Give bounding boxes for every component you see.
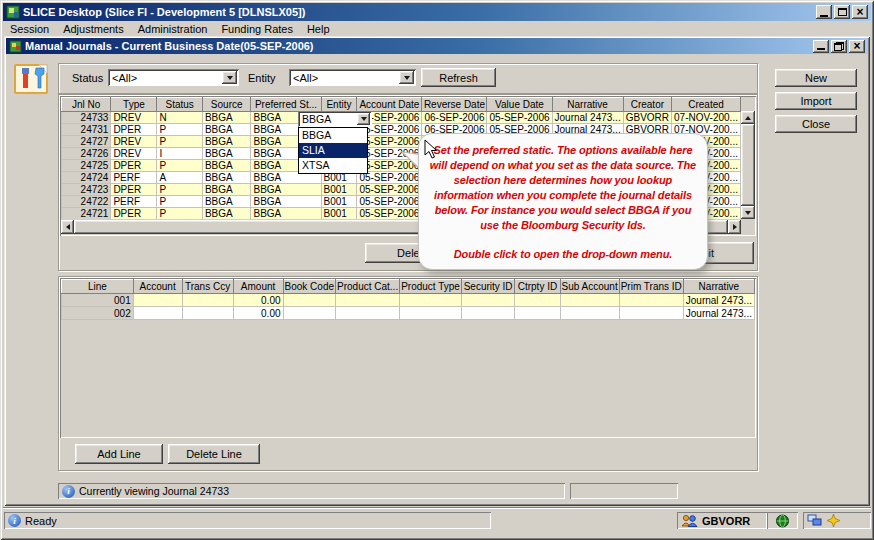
grid-cell[interactable] [336, 294, 400, 307]
grid-cell[interactable]: DPER [111, 124, 157, 136]
journal-vscrollbar[interactable] [741, 111, 755, 219]
grid-cell[interactable] [461, 307, 514, 320]
grid-cell[interactable]: A [157, 172, 202, 184]
close-journal-button[interactable]: Close [775, 115, 857, 133]
close-button[interactable]: × [852, 5, 868, 19]
grid-cell[interactable]: 07-NOV-200... [672, 112, 741, 124]
grid-cell[interactable]: 24733 [62, 112, 111, 124]
grid-cell[interactable]: N [157, 112, 202, 124]
menu-funding-rates[interactable]: Funding Rates [214, 22, 300, 36]
grid-cell[interactable]: 05-SEP-2006 [487, 112, 552, 124]
grid-cell[interactable]: BBGA [202, 148, 251, 160]
grid-cell[interactable]: B001 [321, 208, 357, 220]
grid-cell[interactable]: B001 [321, 196, 357, 208]
scroll-right-arrow[interactable] [728, 220, 741, 234]
entity-filter-dropdown-button[interactable] [399, 71, 414, 84]
grid-cell[interactable]: Journal 2473... [683, 307, 754, 320]
scroll-left-arrow[interactable] [61, 220, 74, 234]
menu-session[interactable]: Session [3, 22, 56, 36]
vscroll-thumb[interactable] [741, 124, 755, 206]
grid-cell[interactable]: 0.00 [233, 307, 283, 320]
grid-cell[interactable] [283, 307, 335, 320]
grid-cell[interactable] [619, 307, 683, 320]
grid-cell[interactable] [182, 294, 233, 307]
dropdown-option-slia[interactable]: SLIA [299, 143, 367, 158]
grid-cell[interactable]: BBGA [251, 208, 321, 220]
grid-cell[interactable] [461, 294, 514, 307]
grid-cell[interactable] [133, 307, 182, 320]
grid-cell[interactable]: 002 [62, 307, 134, 320]
grid-cell[interactable]: 05-SEP-2006 [357, 208, 422, 220]
menu-help[interactable]: Help [300, 22, 337, 36]
grid-cell[interactable] [336, 307, 400, 320]
grid-cell[interactable]: DREV [111, 112, 157, 124]
grid-cell[interactable]: 24724 [62, 172, 111, 184]
grid-cell[interactable]: BBGA [251, 184, 321, 196]
preferred-static-combobox[interactable]: BBGA [298, 111, 372, 127]
dropdown-option-bbga[interactable]: BBGA [299, 128, 367, 143]
grid-cell[interactable]: P [157, 184, 202, 196]
grid-cell[interactable]: BBGA [202, 172, 251, 184]
child-minimize-button[interactable] [813, 40, 829, 53]
menu-adjustments[interactable]: Adjustments [56, 22, 131, 36]
grid-cell[interactable]: PERF [111, 172, 157, 184]
grid-cell[interactable]: P [157, 196, 202, 208]
grid-cell[interactable]: Journal 2473... [683, 294, 754, 307]
grid-cell[interactable]: 24725 [62, 160, 111, 172]
grid-cell[interactable]: 06-SEP-2006 [422, 112, 487, 124]
grid-cell[interactable]: B001 [321, 184, 357, 196]
grid-cell[interactable]: PERF [111, 196, 157, 208]
maximize-button[interactable] [834, 5, 850, 19]
grid-cell[interactable]: 0.00 [233, 294, 283, 307]
grid-cell[interactable]: 001 [62, 294, 134, 307]
grid-cell[interactable]: BBGA [202, 196, 251, 208]
grid-cell[interactable]: DPER [111, 208, 157, 220]
grid-cell[interactable] [560, 294, 619, 307]
grid-cell[interactable]: 24727 [62, 136, 111, 148]
grid-cell[interactable]: 24721 [62, 208, 111, 220]
grid-cell[interactable]: 24726 [62, 148, 111, 160]
minimize-button[interactable] [816, 5, 832, 19]
dropdown-option-xtsa[interactable]: XTSA [299, 158, 367, 173]
scroll-down-arrow[interactable] [741, 206, 755, 219]
grid-cell[interactable]: BBGA [202, 136, 251, 148]
grid-cell[interactable]: BBGA [251, 196, 321, 208]
grid-cell[interactable] [619, 294, 683, 307]
scroll-up-arrow[interactable] [741, 111, 755, 124]
grid-cell[interactable] [560, 307, 619, 320]
grid-cell[interactable]: BBGA [202, 124, 251, 136]
import-button[interactable]: Import [775, 92, 857, 110]
grid-cell[interactable]: P [157, 124, 202, 136]
grid-cell[interactable]: P [157, 160, 202, 172]
new-button[interactable]: New [775, 69, 857, 87]
grid-cell[interactable] [283, 294, 335, 307]
grid-cell[interactable] [182, 307, 233, 320]
grid-cell[interactable]: 24731 [62, 124, 111, 136]
grid-cell[interactable]: I [157, 148, 202, 160]
grid-cell[interactable]: Journal 2473... [552, 112, 623, 124]
grid-cell[interactable]: BBGA [202, 112, 251, 124]
grid-cell[interactable]: DREV [111, 136, 157, 148]
status-filter-combobox[interactable]: <All> [108, 69, 239, 86]
grid-cell[interactable]: BBGA [202, 160, 251, 172]
grid-cell[interactable]: DPER [111, 160, 157, 172]
grid-cell[interactable]: P [157, 208, 202, 220]
grid-cell[interactable] [400, 307, 462, 320]
delete-line-button[interactable]: Delete Line [168, 444, 260, 464]
child-restore-button[interactable] [831, 40, 847, 53]
entity-filter-combobox[interactable]: <All> [289, 69, 416, 86]
grid-cell[interactable]: DPER [111, 184, 157, 196]
grid-cell[interactable] [400, 294, 462, 307]
grid-cell[interactable] [133, 294, 182, 307]
grid-cell[interactable] [515, 294, 560, 307]
add-line-button[interactable]: Add Line [75, 444, 163, 464]
grid-cell[interactable]: 24723 [62, 184, 111, 196]
status-filter-dropdown-button[interactable] [222, 71, 237, 84]
grid-cell[interactable] [515, 307, 560, 320]
refresh-button[interactable]: Refresh [421, 68, 496, 87]
grid-cell[interactable]: 24722 [62, 196, 111, 208]
child-close-button[interactable]: × [849, 40, 865, 53]
menu-administration[interactable]: Administration [131, 22, 215, 36]
grid-cell[interactable]: BBGA [202, 208, 251, 220]
grid-cell[interactable]: P [157, 136, 202, 148]
